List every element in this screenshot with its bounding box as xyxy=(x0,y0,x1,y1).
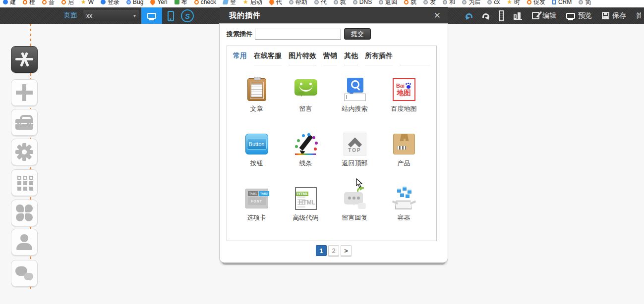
sidebar-item-apps[interactable] xyxy=(11,200,38,226)
undo-button[interactable] xyxy=(466,13,472,18)
plugin-product[interactable]: 产品 xyxy=(379,128,428,182)
bookmark-item[interactable]: 昔 xyxy=(42,0,55,7)
bookmark-item[interactable]: 帮助 xyxy=(289,0,307,7)
sidebar-item-settings[interactable] xyxy=(11,139,38,165)
tabs-widget-icon: TAB1 TAB2 FONT xyxy=(245,189,268,208)
bookmark-item[interactable]: ★W xyxy=(81,0,94,7)
sidebar-item-plugins[interactable] xyxy=(11,46,38,73)
star-icon: ★ xyxy=(81,0,86,4)
share-link-button[interactable]: S xyxy=(181,9,194,22)
bookmarks-bar-items: 建橙昔启★W登录BugYen布check登★启动代帮助代就DNS返回就发和为后c… xyxy=(0,0,644,7)
bookmark-item[interactable]: 发 xyxy=(423,0,436,7)
tab-all-plugins[interactable]: 所有插件 xyxy=(365,51,393,65)
bookmark-item[interactable]: CRM xyxy=(552,0,572,7)
bookmark-item[interactable]: ★启动 xyxy=(243,0,262,7)
tab2-text: TAB2 xyxy=(259,191,269,196)
bookmark-item[interactable]: cx xyxy=(487,0,500,7)
container-icon xyxy=(392,187,416,210)
bookmark-item[interactable]: 橙 xyxy=(23,0,35,7)
page-select[interactable]: xx ▾ xyxy=(83,10,139,21)
ruler-button[interactable] xyxy=(499,10,504,21)
desktop-view-button[interactable] xyxy=(141,7,162,24)
bookmark-item[interactable]: 代 xyxy=(269,0,282,7)
undo-icon xyxy=(466,13,472,18)
bookmark-item[interactable]: 促发 xyxy=(527,0,545,7)
plus-icon xyxy=(16,84,33,101)
bookmark-item[interactable]: 启 xyxy=(61,0,74,7)
globe-blue-icon xyxy=(126,0,131,4)
globe-gray-icon xyxy=(423,0,428,4)
redo-button[interactable] xyxy=(482,13,489,18)
bookmark-item[interactable]: 代 xyxy=(314,0,327,7)
bookmark-item[interactable]: 建 xyxy=(3,0,16,7)
close-icon[interactable]: ✕ xyxy=(434,11,441,20)
bookmark-label: 昔 xyxy=(49,0,55,7)
bookmark-item[interactable]: 就 xyxy=(404,0,416,7)
preview-button[interactable]: 预览 xyxy=(566,11,592,20)
bookmark-item[interactable]: 为后 xyxy=(462,0,480,7)
sidebar-item-modules[interactable] xyxy=(11,169,38,196)
bookmark-item[interactable]: 返回 xyxy=(379,0,397,7)
plugin-button[interactable]: Button 按钮 xyxy=(232,128,281,182)
plugin-label: 站内搜索 xyxy=(342,104,368,113)
button-icon-text: Button xyxy=(247,139,267,150)
bookmark-label: CRM xyxy=(558,0,572,7)
plugin-back-to-top[interactable]: TOP 返回顶部 xyxy=(330,128,379,182)
mobile-view-button[interactable] xyxy=(166,10,176,22)
bookmark-item[interactable]: ★时 xyxy=(507,0,520,7)
plugin-advanced-code[interactable]: HTML HTML 高级代码 xyxy=(281,182,330,237)
bookmark-item[interactable]: 就 xyxy=(334,0,346,7)
page-1-button[interactable]: 1 xyxy=(316,245,327,256)
bookmark-label: 就 xyxy=(410,0,416,7)
bookmark-item[interactable]: 布 xyxy=(175,0,187,7)
plugin-message[interactable]: 留言 xyxy=(281,73,330,128)
tab-marketing[interactable]: 营销 xyxy=(323,51,337,65)
plugin-message-reply[interactable]: 留言回复 xyxy=(330,182,379,237)
next-page-button[interactable]: > xyxy=(341,245,351,256)
bookmark-item[interactable]: 登 xyxy=(223,0,236,7)
bookmark-item[interactable]: Bug xyxy=(126,0,143,7)
plugin-tabs-widget[interactable]: TAB1 TAB2 FONT 选项卡 xyxy=(232,182,281,237)
plugin-baidu-map[interactable]: Bai 地图 百度地图 xyxy=(379,73,428,128)
sidebar-item-add[interactable] xyxy=(11,79,38,106)
pencil-line-icon xyxy=(294,132,318,156)
tab-online-service[interactable]: 在线客服 xyxy=(254,51,282,65)
html-code-icon: HTML HTML xyxy=(295,187,317,210)
bookmark-item[interactable]: 登录 xyxy=(101,0,119,7)
sidebar-item-toolbox[interactable] xyxy=(11,109,38,136)
bookmark-label: 时 xyxy=(514,0,520,7)
star-icon: ★ xyxy=(243,0,248,4)
page-2-button[interactable]: 2 xyxy=(328,245,339,256)
bookmark-item[interactable]: Yen xyxy=(150,0,167,7)
submit-button[interactable]: 提交 xyxy=(344,28,371,40)
tab-image-effects[interactable]: 图片特效 xyxy=(289,51,316,65)
plugin-grid: 文章 留言 I 站内搜索 xyxy=(232,73,428,237)
orange-ring-icon xyxy=(23,0,27,4)
tabs-filler xyxy=(400,51,430,65)
bookmark-item[interactable]: 简 xyxy=(579,0,591,7)
tab-other[interactable]: 其他 xyxy=(344,51,358,65)
orange-ring-icon xyxy=(42,0,47,4)
preview-label: 预览 xyxy=(578,11,592,20)
flame-icon xyxy=(149,0,156,5)
edit-button[interactable]: 编辑 xyxy=(532,11,556,20)
plugin-line[interactable]: 线条 xyxy=(281,128,330,182)
bookmark-item[interactable]: 和 xyxy=(443,0,455,7)
sidebar-item-wechat[interactable] xyxy=(11,260,38,287)
search-input[interactable] xyxy=(255,29,341,40)
bookmark-item[interactable]: check xyxy=(194,0,216,7)
save-label: 保存 xyxy=(612,11,626,20)
plugin-label: 线条 xyxy=(299,159,312,168)
bookmark-item[interactable]: DNS xyxy=(353,0,372,7)
gear-icon xyxy=(15,143,33,161)
plugin-label: 产品 xyxy=(398,159,410,168)
sidebar-item-user[interactable] xyxy=(11,229,38,255)
tab-common[interactable]: 常用 xyxy=(233,51,247,65)
plugin-container[interactable]: 容器 xyxy=(379,182,428,237)
save-button[interactable]: 保存 xyxy=(602,11,626,20)
plugin-article[interactable]: 文章 xyxy=(232,73,281,128)
stats-button[interactable] xyxy=(514,12,522,20)
plugin-site-search[interactable]: I 站内搜索 xyxy=(330,73,379,128)
my-plugins-dialog: 我的插件 ✕ 搜索插件 提交 常用 在线客服 图片特效 营销 其他 所有插件 文… xyxy=(220,7,448,262)
plugin-label: 容器 xyxy=(398,213,410,222)
